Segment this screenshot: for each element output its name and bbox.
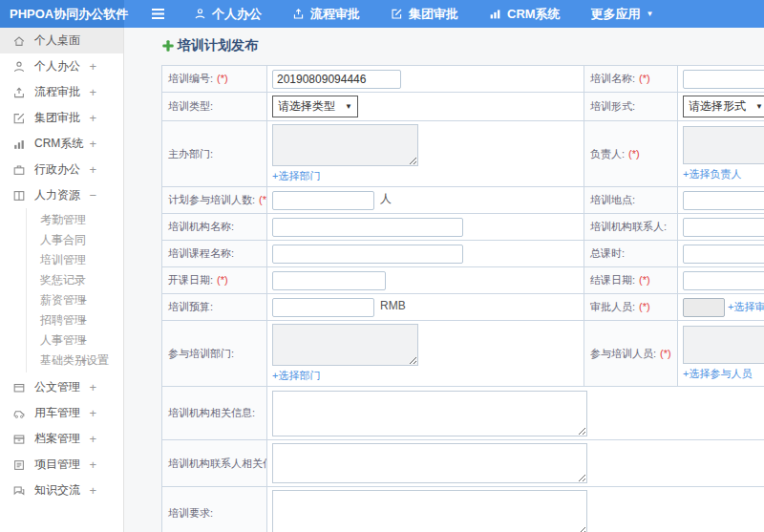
- sidebar-item-knowledge[interactable]: 知识交流 +: [0, 478, 123, 503]
- training-plan-form: 培训编号:(*) 培训名称:(*) 培训类型: 请选择类型 ▼ 培训形式: 请选: [161, 65, 764, 532]
- org-info-textarea[interactable]: [272, 391, 587, 436]
- sidebar-item-group-approval[interactable]: 集团审批 +: [0, 105, 123, 131]
- expand-icon[interactable]: +: [89, 380, 96, 394]
- car-icon: [12, 407, 26, 420]
- field-label: 培训课程名称:: [168, 247, 234, 259]
- requirements-textarea[interactable]: [272, 490, 587, 532]
- expand-icon[interactable]: +: [89, 406, 96, 420]
- approver-input[interactable]: [683, 298, 725, 317]
- org-contact-info-textarea[interactable]: [272, 443, 587, 483]
- host-dept-textarea[interactable]: [272, 124, 418, 166]
- app-logo: PHPOA协同办公软件: [0, 0, 124, 28]
- expand-icon[interactable]: +: [89, 59, 96, 74]
- nav-personal-office[interactable]: 个人办公: [194, 6, 262, 23]
- form-row: 主办部门: +选择部门 负责人:(*) +选择负责人: [162, 121, 764, 187]
- caret-down-icon: ▼: [345, 102, 352, 111]
- training-no-input[interactable]: [272, 70, 401, 89]
- sidebar-item-projects[interactable]: 项目管理 +: [0, 452, 123, 478]
- bar-chart-icon: [12, 138, 26, 151]
- submenu-item-salary[interactable]: 薪资管理 +: [0, 290, 123, 310]
- budget-input[interactable]: [272, 298, 374, 317]
- select-dept-link[interactable]: +选择部门: [272, 169, 320, 183]
- nav-crm-system[interactable]: CRM系统: [489, 6, 561, 23]
- unit-suffix: 人: [380, 192, 392, 205]
- submenu-item-recruit[interactable]: 招聘管理 +: [0, 310, 123, 330]
- training-type-select[interactable]: 请选择类型 ▼: [272, 96, 358, 117]
- expand-icon[interactable]: +: [89, 111, 96, 125]
- nav-group-approval[interactable]: 集团审批: [391, 6, 458, 23]
- sidebar-item-archives[interactable]: 档案管理 +: [0, 426, 123, 452]
- select-dept-link[interactable]: +选择部门: [272, 369, 320, 383]
- join-dept-textarea[interactable]: [272, 324, 418, 366]
- app-window: PHPOA协同办公软件 个人办公 流程审批 集团审批: [0, 0, 764, 532]
- main-content: 培训计划发布 培训编号:(*) 培训名称:(*) 培训类型: 请选择类型 ▼: [125, 28, 764, 532]
- submenu-item-attendance[interactable]: 考勤管理: [0, 210, 123, 230]
- expand-icon[interactable]: +: [80, 334, 87, 348]
- field-label: 总课时:: [590, 247, 625, 259]
- form-row: 参与培训部门: +选择部门 参与培训人员:(*) +选择参与人员: [162, 321, 764, 387]
- training-name-input[interactable]: [683, 70, 764, 89]
- submenu-item-training[interactable]: 培训管理: [0, 250, 123, 270]
- expand-icon[interactable]: +: [89, 432, 96, 446]
- page-title-text: 培训计划发布: [178, 37, 258, 54]
- field-label: 培训机构联系人相关信息:: [168, 458, 267, 469]
- sidebar-item-label: 个人办公: [34, 58, 80, 74]
- form-row: 培训课程名称: 总课时:: [162, 241, 764, 267]
- sidebar-item-personal-office[interactable]: 个人办公 +: [0, 53, 123, 79]
- expand-icon[interactable]: +: [89, 458, 96, 472]
- hamburger-menu-icon[interactable]: [151, 8, 165, 20]
- expand-icon[interactable]: +: [89, 483, 96, 498]
- select-approver-link[interactable]: +选择审批人员: [728, 300, 764, 311]
- expand-icon[interactable]: +: [80, 294, 87, 308]
- hr-submenu: 考勤管理 人事合同 培训管理 奖惩记录 薪资管理 + 招聘管理 + 人事管理 +: [0, 208, 123, 374]
- sidebar-item-vehicle[interactable]: 用车管理 +: [0, 400, 123, 426]
- field-label: 培训地点:: [590, 194, 635, 205]
- nav-workflow-approval[interactable]: 流程审批: [292, 6, 360, 23]
- sidebar-item-documents[interactable]: 公文管理 +: [0, 374, 123, 400]
- submenu-item-personnel[interactable]: 人事管理 +: [0, 330, 123, 351]
- select-value: 请选择形式: [689, 98, 746, 115]
- field-label: 培训机构相关信息:: [168, 407, 255, 418]
- select-value: 请选择类型: [278, 98, 335, 115]
- sidebar-item-personal-desktop[interactable]: 个人桌面: [0, 28, 123, 53]
- caret-down-icon: ▼: [647, 10, 654, 18]
- collapse-icon[interactable]: −: [89, 188, 96, 202]
- submenu-item-label: 人事合同: [40, 232, 86, 248]
- select-leader-link[interactable]: +选择负责人: [683, 167, 741, 181]
- submenu-item-label: 培训管理: [40, 252, 86, 268]
- select-participants-link[interactable]: +选择参与人员: [683, 367, 752, 381]
- expand-icon[interactable]: +: [80, 314, 87, 328]
- submenu-item-rewards[interactable]: 奖惩记录: [0, 270, 123, 290]
- required-mark: (*): [639, 274, 650, 286]
- submenu-item-base-category[interactable]: 基础类别设置 +: [0, 351, 123, 371]
- nav-more-apps[interactable]: 更多应用 ▼: [591, 6, 654, 23]
- start-date-input[interactable]: [272, 271, 386, 290]
- total-hours-input[interactable]: [683, 245, 764, 264]
- submenu-item-label: 人事管理: [40, 332, 86, 349]
- end-date-input[interactable]: [683, 271, 764, 290]
- bar-chart-icon: [489, 8, 501, 20]
- training-form-select[interactable]: 请选择形式 ▼: [683, 96, 764, 117]
- course-name-input[interactable]: [272, 245, 463, 264]
- field-label: 参与培训人员:: [590, 348, 656, 359]
- location-input[interactable]: [683, 191, 764, 210]
- expand-icon[interactable]: +: [89, 137, 96, 151]
- sidebar-item-label: 集团审批: [34, 110, 80, 126]
- org-contact-input[interactable]: [683, 218, 764, 237]
- sidebar-item-crm-system[interactable]: CRM系统 +: [0, 131, 123, 157]
- field-label: 负责人:: [590, 148, 625, 160]
- leader-textarea[interactable]: [683, 126, 764, 164]
- sidebar-item-label: 用车管理: [34, 405, 80, 421]
- submenu-item-hr-contract[interactable]: 人事合同: [0, 230, 123, 250]
- expand-icon[interactable]: +: [89, 162, 96, 177]
- sidebar-item-label: 公文管理: [34, 379, 80, 395]
- expand-icon[interactable]: +: [80, 354, 87, 368]
- org-name-input[interactable]: [272, 218, 463, 237]
- join-people-textarea[interactable]: [683, 326, 764, 364]
- expand-icon[interactable]: +: [89, 85, 96, 99]
- sidebar-item-hr[interactable]: 人力资源 −: [0, 182, 123, 208]
- sidebar-item-admin-office[interactable]: 行政办公 +: [0, 157, 123, 182]
- planned-count-input[interactable]: [272, 191, 374, 210]
- sidebar-item-workflow-approval[interactable]: 流程审批 +: [0, 79, 123, 105]
- field-label: 培训机构名称:: [168, 221, 234, 232]
